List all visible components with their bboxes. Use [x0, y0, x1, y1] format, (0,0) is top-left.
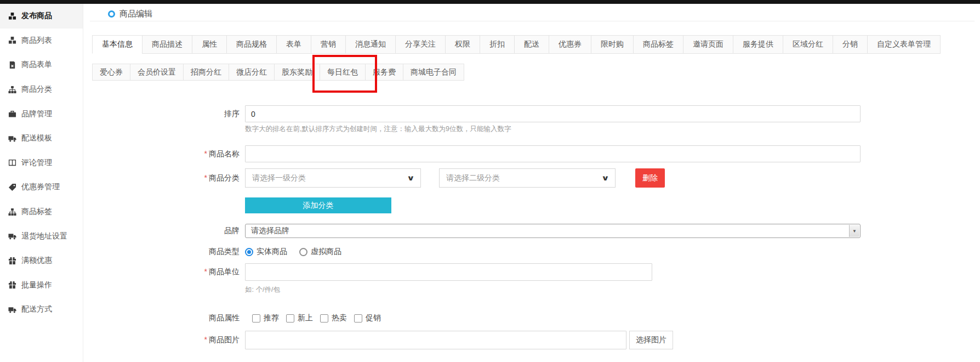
top-accent-bar	[0, 0, 980, 4]
product-type-option-label: 虚拟商品	[311, 247, 341, 257]
tab-microshop-dividend[interactable]: 微店分红	[229, 64, 275, 81]
tab-product-spec[interactable]: 商品规格	[226, 35, 277, 54]
product-name-row: *商品名称	[0, 145, 861, 162]
chevron-down-icon: ∨	[601, 174, 609, 182]
product-unit-label: *商品单位	[0, 267, 240, 277]
product-unit-input[interactable]	[245, 263, 652, 281]
product-type-label: 商品类型	[0, 247, 240, 257]
brand-label: 品牌	[0, 226, 240, 236]
tab-daily-redpacket-label: 每日红包	[327, 67, 358, 77]
delete-category-button[interactable]: 删除	[635, 168, 665, 188]
product-type-radio-physical[interactable]	[245, 248, 253, 256]
tab-shareholder-reward[interactable]: 股东奖励	[274, 64, 320, 81]
sort-input[interactable]	[245, 105, 861, 122]
sort-label: 排序	[0, 109, 240, 119]
product-image-input[interactable]	[245, 331, 626, 349]
add-category-button[interactable]: 添加分类	[245, 197, 391, 213]
gift-icon	[8, 281, 16, 289]
product-type-radio-virtual[interactable]	[299, 248, 307, 256]
attr-checkbox-recommend[interactable]	[252, 314, 260, 323]
cubes-icon	[8, 36, 16, 44]
attr-option-label: 促销	[366, 313, 381, 323]
tab-delivery[interactable]: 配送	[514, 35, 549, 54]
sidebar-item-product-list[interactable]: 商品列表	[0, 29, 83, 53]
page-title: 商品编辑	[108, 8, 152, 20]
tab-service-provide[interactable]: 服务提供	[733, 35, 783, 54]
attr-checkbox-new[interactable]	[286, 314, 294, 323]
tab-permissions[interactable]: 权限	[445, 35, 480, 54]
attr-checkbox-hot[interactable]	[320, 314, 328, 323]
sidebar-item-label: 商品列表	[21, 36, 52, 46]
product-category-label: *商品分类	[0, 173, 240, 183]
tab-custom-form-management[interactable]: 自定义表单管理	[867, 35, 941, 54]
tab-service-fee[interactable]: 服务费	[365, 64, 403, 81]
chevron-down-icon: ∨	[407, 174, 415, 182]
sidebar-item-publish-product[interactable]: 发布商品	[0, 4, 83, 29]
tab-distribution[interactable]: 分销	[833, 35, 868, 54]
tab-attributes[interactable]: 属性	[192, 35, 227, 54]
tab-product-description[interactable]: 商品描述	[142, 35, 192, 54]
sidebar-item-product-category[interactable]: 商品分类	[0, 77, 83, 102]
product-type-row: 商品类型 实体商品 虚拟商品	[0, 247, 341, 257]
tab-product-tags[interactable]: 商品标签	[633, 35, 683, 54]
product-image-label: *商品图片	[0, 335, 240, 345]
tab-message-notify[interactable]: 消息通知	[345, 35, 396, 54]
brand-select[interactable]: 请选择品牌 ▼	[245, 224, 861, 238]
sidebar-item-product-tags[interactable]: 商品标签	[0, 200, 83, 224]
choose-image-button[interactable]: 选择图片	[629, 331, 673, 349]
tab-marketing[interactable]: 营销	[311, 35, 346, 54]
category-level1-placeholder: 请选择一级分类	[252, 173, 306, 183]
product-name-label: *商品名称	[0, 149, 240, 159]
sidebar-item-product-form[interactable]: 商品表单	[0, 53, 83, 77]
product-image-row: *商品图片 选择图片	[0, 331, 673, 349]
page-title-text: 商品编辑	[119, 9, 152, 19]
secondary-tab-bar: 爱心券 会员价设置 招商分红 微店分红 股东奖励 每日红包 服务费 商城电子合同	[92, 64, 464, 81]
select-arrow-icon: ▼	[849, 225, 859, 237]
product-attrs-row: 商品属性 推荐 新上 热卖 促销	[0, 313, 381, 323]
attr-checkbox-promo[interactable]	[354, 314, 362, 323]
tab-basic-info[interactable]: 基本信息	[92, 35, 143, 54]
product-name-input[interactable]	[245, 145, 861, 162]
tab-love-coupon[interactable]: 爱心券	[92, 64, 130, 81]
tab-region-dividend[interactable]: 区域分红	[783, 35, 833, 54]
sidebar-item-label: 商品表单	[21, 60, 52, 70]
product-unit-row: *商品单位	[0, 263, 652, 281]
tab-daily-redpacket[interactable]: 每日红包	[320, 64, 366, 81]
tab-discount[interactable]: 折扣	[480, 35, 515, 54]
required-mark: *	[204, 173, 207, 182]
tab-invite-page[interactable]: 邀请页面	[683, 35, 733, 54]
required-mark: *	[204, 149, 207, 158]
tab-mall-econtract[interactable]: 商城电子合同	[403, 64, 464, 81]
primary-tab-bar: 基本信息 商品描述 属性 商品规格 表单 营销 消息通知 分享关注 权限 折扣 …	[92, 35, 941, 54]
tab-flash-sale[interactable]: 限时购	[591, 35, 634, 54]
sidebar-item-label: 配送模板	[21, 133, 52, 143]
tab-share-follow[interactable]: 分享关注	[395, 35, 446, 54]
tab-form[interactable]: 表单	[276, 35, 311, 54]
product-category-row: *商品分类 请选择一级分类 ∨ 请选择二级分类 ∨ 删除	[0, 168, 665, 188]
sidebar-item-label: 商品分类	[21, 84, 52, 94]
category-level1-select[interactable]: 请选择一级分类 ∨	[245, 168, 421, 188]
sitemap-icon	[8, 86, 16, 94]
sort-row: 排序	[0, 105, 861, 122]
product-unit-hint: 如: 个/件/包	[245, 285, 280, 295]
circle-icon	[108, 10, 115, 18]
category-level2-placeholder: 请选择二级分类	[446, 173, 500, 183]
file-icon	[8, 61, 16, 69]
attr-option-label: 新上	[298, 313, 313, 323]
tab-investment-dividend[interactable]: 招商分红	[183, 64, 229, 81]
tab-coupon[interactable]: 优惠券	[549, 35, 591, 54]
sort-hint: 数字大的排名在前,默认排序方式为创建时间，注意：输入最大数为9位数，只能输入数字	[245, 125, 511, 134]
tab-member-price[interactable]: 会员价设置	[130, 64, 184, 81]
sidebar-item-label: 发布商品	[21, 11, 52, 21]
brand-row: 品牌 请选择品牌 ▼	[0, 224, 861, 238]
product-attrs-label: 商品属性	[0, 313, 240, 323]
attr-option-label: 推荐	[264, 313, 279, 323]
sidebar-item-label: 批量操作	[21, 280, 52, 290]
sitemap-icon	[8, 208, 16, 216]
truck-icon	[8, 134, 16, 143]
sidebar-item-label: 商品标签	[21, 207, 52, 217]
required-mark: *	[204, 335, 207, 344]
category-level2-select[interactable]: 请选择二级分类 ∨	[439, 168, 616, 188]
truck-icon	[8, 306, 16, 314]
product-type-option-label: 实体商品	[257, 247, 287, 257]
